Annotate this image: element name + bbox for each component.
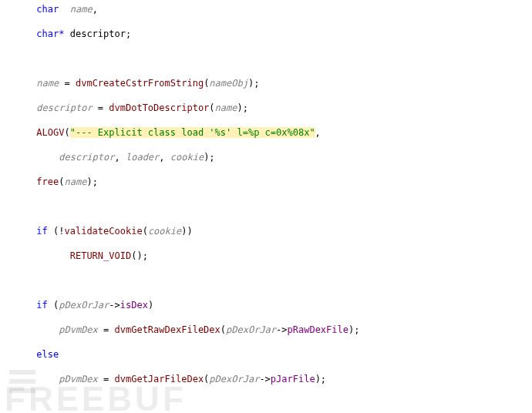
tok: ) <box>148 300 153 311</box>
tok: ); <box>348 324 359 335</box>
tok: name <box>65 176 87 187</box>
tok: loader <box>126 152 159 163</box>
tok: cookie <box>148 226 181 237</box>
tok: = <box>93 102 109 113</box>
tok: pDexOrJar <box>59 300 109 311</box>
tok: ); <box>248 78 259 89</box>
tok: dvmDotToDescriptor <box>109 102 209 113</box>
tok: -> <box>109 300 120 311</box>
tok: = <box>59 78 76 89</box>
tok: nameObj <box>209 78 248 89</box>
tok: cookie <box>170 152 204 163</box>
tok: isDex <box>120 300 148 311</box>
tok: , <box>115 152 126 163</box>
tok: (! <box>48 226 65 237</box>
string-literal: "--- Explicit class load '%s' l=%p c=0x%… <box>70 127 315 138</box>
code-block: char name, char* descriptor; name = dvmC… <box>3 3 532 413</box>
tok: char* <box>36 29 64 39</box>
tok: ( <box>64 127 69 138</box>
tok: ); <box>315 374 326 384</box>
tok: pDvmDex <box>59 374 98 384</box>
tok: ( <box>221 324 226 335</box>
tok: char <box>36 4 59 15</box>
tok: dvmGetRawDexFileDex <box>115 324 221 335</box>
tok: descriptor; <box>64 29 131 39</box>
tok: ( <box>48 300 59 311</box>
tok: -> <box>276 324 287 335</box>
tok: free <box>36 176 59 187</box>
tok: ); <box>237 102 247 113</box>
tok: pDexOrJar <box>226 324 276 335</box>
tok: else <box>36 349 59 360</box>
tok: (); <box>131 250 148 261</box>
tok: name <box>215 102 237 113</box>
tok: = <box>98 324 115 335</box>
tok: )) <box>181 226 192 237</box>
tok: ALOGV <box>36 127 64 138</box>
tok: ( <box>143 226 148 237</box>
tok: ( <box>209 102 214 113</box>
tok: pJarFile <box>271 374 315 384</box>
tok: , <box>159 152 170 163</box>
tok: ( <box>59 176 64 187</box>
tok: name <box>70 4 93 15</box>
tok: RETURN_VOID <box>70 250 131 261</box>
tok: if <box>36 226 47 237</box>
tok: pDvmDex <box>59 324 98 335</box>
tok: pRawDexFile <box>288 324 348 335</box>
tok: descriptor <box>36 102 92 113</box>
tok: dvmCreateCstrFromString <box>76 78 204 89</box>
tok: , <box>315 127 321 138</box>
tok: name <box>36 78 59 89</box>
tok: if <box>36 300 47 311</box>
tok: dvmGetJarFileDex <box>115 374 204 384</box>
tok: ); <box>204 152 214 163</box>
tok: descriptor <box>59 152 114 163</box>
tok: = <box>98 374 115 384</box>
tok: ); <box>86 176 97 187</box>
tok: pDexOrJar <box>209 374 259 384</box>
tok: validateCookie <box>65 226 143 237</box>
code-viewport: char name, char* descriptor; name = dvmC… <box>0 0 532 413</box>
tok: -> <box>259 374 270 384</box>
